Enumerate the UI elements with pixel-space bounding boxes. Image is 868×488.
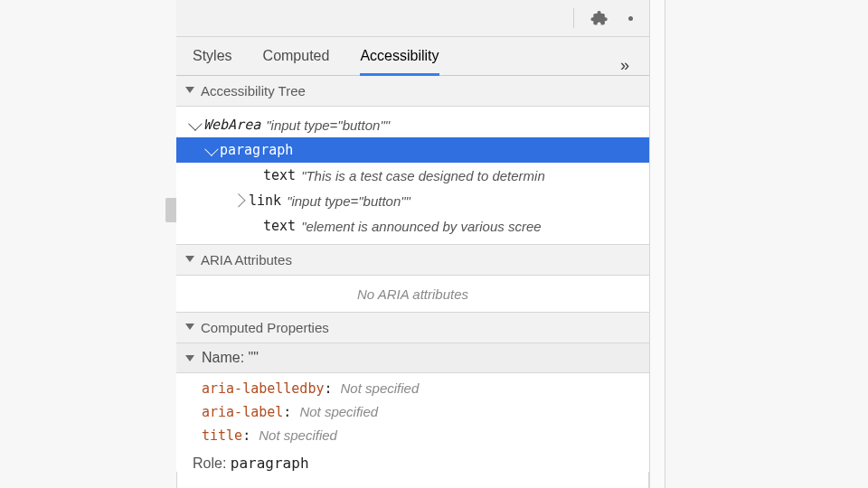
scrollbar-gutter[interactable] <box>649 0 665 488</box>
toolbar-divider <box>573 8 574 28</box>
tree-node-link[interactable]: link "input type="button"" <box>176 188 649 213</box>
tab-styles[interactable]: Styles <box>193 48 232 63</box>
computed-name-label: Name: <box>202 350 244 366</box>
chevron-right-icon <box>234 193 245 209</box>
computed-prop-value: Not specified <box>299 404 378 419</box>
computed-name-row[interactable]: Name: "" <box>176 343 649 373</box>
computed-prop-key: title <box>202 427 242 444</box>
computed-properties: Name: "" aria-labelledby: Not specified … <box>176 343 649 472</box>
section-title: ARIA Attributes <box>201 252 292 267</box>
panel-tabs: Styles Computed Accessibility » <box>176 37 649 76</box>
accessibility-tree: WebArea "input type="button"" paragraph … <box>176 107 649 245</box>
disclosure-triangle-icon <box>185 256 194 262</box>
tree-node-label: "This is a test case designed to determi… <box>301 168 545 183</box>
disclosure-triangle-icon <box>185 87 194 93</box>
devtools-accessibility-panel: Styles Computed Accessibility » Accessib… <box>176 0 649 488</box>
section-header-computed-properties[interactable]: Computed Properties <box>176 313 649 343</box>
aria-empty-message: No ARIA attributes <box>176 276 649 313</box>
extension-icon[interactable] <box>590 9 609 27</box>
chevron-down-icon <box>205 143 216 158</box>
chevron-down-icon <box>189 117 200 133</box>
tree-node-role: link <box>249 192 281 209</box>
tree-node-text[interactable]: text "element is announced by various sc… <box>176 213 649 239</box>
tree-node-label: "input type="button"" <box>266 117 390 133</box>
computed-prop-row: title: Not specified <box>202 424 649 447</box>
disclosure-triangle-icon <box>185 355 194 361</box>
tree-node-paragraph-selected[interactable]: paragraph <box>176 137 649 163</box>
computed-name-value: "" <box>249 350 259 366</box>
computed-prop-key: aria-label <box>202 404 283 420</box>
tree-node-label: "element is announced by various scree <box>301 219 541 234</box>
computed-prop-row: aria-label: Not specified <box>202 400 649 424</box>
tree-node-role: text <box>263 167 296 183</box>
tree-node-label: "input type="button"" <box>287 193 410 209</box>
tab-accessibility[interactable]: Accessibility <box>360 48 439 63</box>
computed-role-row: Role: paragraph <box>176 455 649 472</box>
section-header-accessibility-tree[interactable]: Accessibility Tree <box>176 76 649 107</box>
tab-computed[interactable]: Computed <box>263 48 330 63</box>
tree-node-webarea[interactable]: WebArea "input type="button"" <box>176 112 649 137</box>
computed-role-value: paragraph <box>231 455 309 472</box>
computed-prop-key: aria-labelledby <box>202 380 324 397</box>
section-title: Computed Properties <box>201 320 329 335</box>
computed-prop-row: aria-labelledby: Not specified <box>202 377 649 400</box>
tree-node-role: paragraph <box>220 142 293 158</box>
computed-role-label: Role: <box>193 455 226 471</box>
kebab-dot-icon[interactable] <box>628 16 633 21</box>
section-header-aria-attributes[interactable]: ARIA Attributes <box>176 245 649 276</box>
computed-prop-value: Not specified <box>341 380 420 396</box>
tabs-overflow-button[interactable]: » <box>620 56 649 75</box>
computed-name-sources: aria-labelledby: Not specified aria-labe… <box>176 373 649 455</box>
section-title: Accessibility Tree <box>201 83 306 99</box>
tree-node-role: text <box>263 218 296 234</box>
computed-prop-value: Not specified <box>259 427 337 443</box>
tree-node-role: WebArea <box>203 117 260 133</box>
disclosure-triangle-icon <box>185 324 194 330</box>
tree-node-text[interactable]: text "This is a test case designed to de… <box>176 163 649 188</box>
panel-toolbar <box>176 0 649 37</box>
